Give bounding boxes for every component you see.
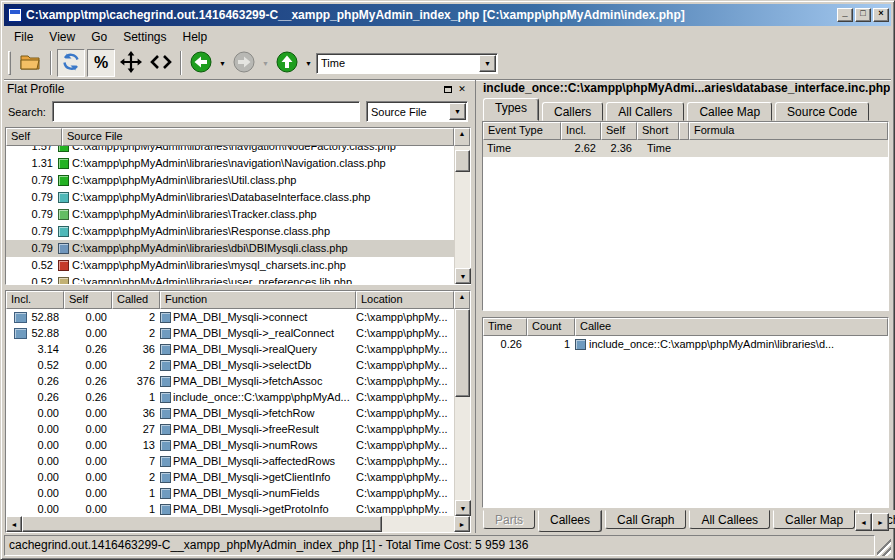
combo-dropdown-icon[interactable]: ▼ (479, 55, 496, 72)
function-row[interactable]: 0.520.002PMA_DBI_Mysqli->selectDbC:\xamp… (6, 357, 454, 373)
callee-row[interactable]: 0.261include_once::C:\xampp\phpMyAdmin\l… (483, 336, 888, 353)
scroll-up-icon[interactable]: ▲ (454, 291, 470, 309)
column-header-time[interactable]: Time (483, 318, 527, 336)
up-dropdown-arrow[interactable]: ▼ (303, 49, 314, 77)
source-file-table: Self Source File ▲ 1.57C:\xampp\phpMyAdm… (5, 127, 471, 285)
expand-areas-button[interactable] (117, 49, 145, 77)
callee-name: include_once::C:\xampp\phpMyAdmin\librar… (575, 336, 888, 353)
tab-callers[interactable]: Callers (542, 102, 603, 121)
resize-grip[interactable] (877, 535, 891, 556)
forward-dropdown-arrow[interactable]: ▼ (260, 49, 271, 77)
function-row[interactable]: 0.260.26376PMA_DBI_Mysqli->fetchAssocC:\… (6, 373, 454, 389)
column-header-count[interactable]: Count (527, 318, 575, 336)
scrollbar-thumb[interactable] (455, 309, 470, 397)
tab-scroll-left-icon[interactable]: ◄ (855, 513, 872, 531)
column-header-self[interactable]: Self (64, 291, 112, 309)
reload-button[interactable] (57, 49, 85, 77)
minimize-button[interactable]: _ (837, 8, 853, 22)
file-row[interactable]: 1.57C:\xampp\phpMyAdmin\libraries\naviga… (6, 146, 454, 155)
tab-all-callers[interactable]: All Callers (606, 102, 684, 121)
forward-button[interactable] (230, 49, 258, 77)
open-file-button[interactable] (17, 49, 45, 77)
function-vscrollbar[interactable]: ▼ (454, 309, 470, 516)
column-header-callee[interactable]: Callee (575, 318, 888, 336)
up-button[interactable] (273, 49, 301, 77)
file-path: C:\xampp\phpMyAdmin\libraries\dbi\DBIMys… (72, 240, 454, 257)
close-dock-button[interactable]: ✕ (455, 82, 469, 96)
tab-caller-map[interactable]: Caller Map (773, 510, 855, 529)
file-row[interactable]: 0.52C:\xampp\phpMyAdmin\libraries\mysql_… (6, 257, 454, 274)
cycle-detection-button[interactable] (147, 49, 175, 77)
scroll-up-icon[interactable]: ▲ (454, 128, 470, 146)
scrollbar-thumb[interactable] (455, 150, 470, 172)
back-button[interactable] (187, 49, 215, 77)
scroll-down-icon[interactable]: ▼ (455, 500, 471, 516)
file-row[interactable]: 1.31C:\xampp\phpMyAdmin\libraries\naviga… (6, 155, 454, 172)
file-row[interactable]: 0.79C:\xampp\phpMyAdmin\libraries\Util.c… (6, 172, 454, 189)
event-type-selector[interactable]: Time ▼ (316, 53, 498, 74)
file-row[interactable]: 0.79C:\xampp\phpMyAdmin\libraries\Databa… (6, 189, 454, 206)
file-row[interactable]: 0.52C:\xampp\phpMyAdmin\libraries\user_p… (6, 274, 454, 284)
file-row[interactable]: 0.79C:\xampp\phpMyAdmin\libraries\Respon… (6, 223, 454, 240)
function-row[interactable]: 0.260.261include_once::C:\xampp\phpMyAd.… (6, 389, 454, 405)
tab-types[interactable]: Types (483, 98, 539, 121)
tab-callees[interactable]: Callees (538, 510, 602, 532)
column-header-incl[interactable]: Incl. (6, 291, 64, 309)
file-row[interactable]: 0.79C:\xampp\phpMyAdmin\libraries\dbi\DB… (6, 240, 454, 257)
tab-scroll-right-icon[interactable]: ► (872, 513, 889, 531)
function-self-value: 0.00 (64, 469, 112, 485)
event-type-row[interactable]: Time2.622.36Time (483, 140, 888, 157)
maximize-button[interactable]: □ (855, 8, 871, 22)
function-name: PMA_DBI_Mysqli->fetchAssoc (160, 373, 356, 389)
float-dock-button[interactable] (441, 82, 455, 96)
menu-view[interactable]: View (41, 28, 83, 46)
column-header-self[interactable]: Self (601, 122, 637, 140)
tab-source-code[interactable]: Source Code (775, 102, 869, 121)
function-row[interactable]: 0.000.001PMA_DBI_Mysqli->getProtoInfoC:\… (6, 501, 454, 516)
scroll-down-icon[interactable]: ▼ (455, 268, 471, 284)
menu-go[interactable]: Go (83, 28, 115, 46)
column-header-self[interactable]: Self (6, 128, 62, 146)
column-header-source-file[interactable]: Source File (62, 128, 454, 146)
search-input[interactable] (52, 101, 360, 122)
column-header-short[interactable]: Short (637, 122, 679, 140)
dock-title-bar[interactable]: Flat Profile ✕ (4, 80, 472, 98)
column-header-location[interactable]: Location (356, 291, 454, 309)
function-called-value: 2 (112, 357, 160, 373)
scrollbar-thumb[interactable] (22, 516, 382, 532)
function-row[interactable]: 3.140.2636PMA_DBI_Mysqli->realQueryC:\xa… (6, 341, 454, 357)
menu-help[interactable]: Help (175, 28, 216, 46)
column-header-function[interactable]: Function (160, 291, 356, 309)
function-row[interactable]: 0.000.001PMA_DBI_Mysqli->numFieldsC:\xam… (6, 485, 454, 501)
file-row[interactable]: 0.79C:\xampp\phpMyAdmin\libraries\Tracke… (6, 206, 454, 223)
function-row[interactable]: 0.000.0013PMA_DBI_Mysqli->numRowsC:\xamp… (6, 437, 454, 453)
back-dropdown-arrow[interactable]: ▼ (217, 49, 228, 77)
close-button[interactable]: × (873, 8, 889, 22)
tab-call-graph[interactable]: Call Graph (605, 510, 686, 529)
function-row[interactable]: 0.000.0027PMA_DBI_Mysqli->freeResultC:\x… (6, 421, 454, 437)
toolbar-grip[interactable] (8, 51, 11, 75)
menu-file[interactable]: File (6, 28, 41, 46)
column-header-incl[interactable]: Incl. (561, 122, 601, 140)
column-header-formula[interactable]: Formula (689, 122, 888, 140)
combo-dropdown-icon[interactable]: ▼ (449, 103, 466, 120)
function-row[interactable]: 52.880.002PMA_DBI_Mysqli->_realConnectC:… (6, 325, 454, 341)
tab-callee-map[interactable]: Callee Map (687, 102, 772, 121)
function-row[interactable]: 52.880.002PMA_DBI_Mysqli->connectC:\xamp… (6, 309, 454, 325)
column-header-blank[interactable] (679, 122, 689, 140)
menu-settings[interactable]: Settings (115, 28, 174, 46)
percent-toggle-button[interactable]: % (87, 49, 115, 77)
function-row[interactable]: 0.000.007PMA_DBI_Mysqli->affectedRowsC:\… (6, 453, 454, 469)
function-row[interactable]: 0.000.0036PMA_DBI_Mysqli->fetchRowC:\xam… (6, 405, 454, 421)
column-header-event-type[interactable]: Event Type (483, 122, 561, 140)
scroll-left-icon[interactable]: ◄ (6, 516, 22, 532)
tab-all-callees[interactable]: All Callees (689, 510, 770, 529)
grouping-selector[interactable]: Source File ▼ (366, 101, 468, 122)
title-bar[interactable]: C:\xampp\tmp\cachegrind.out.1416463299-C… (4, 4, 891, 26)
scroll-right-icon[interactable]: ► (454, 516, 470, 532)
column-header-called[interactable]: Called (112, 291, 160, 309)
source-file-vscrollbar[interactable]: ▼ (454, 146, 470, 284)
function-incl-value: 0.00 (6, 405, 64, 421)
function-hscrollbar[interactable]: ◄ ► (6, 516, 470, 532)
function-row[interactable]: 0.000.002PMA_DBI_Mysqli->getClientInfoC:… (6, 469, 454, 485)
